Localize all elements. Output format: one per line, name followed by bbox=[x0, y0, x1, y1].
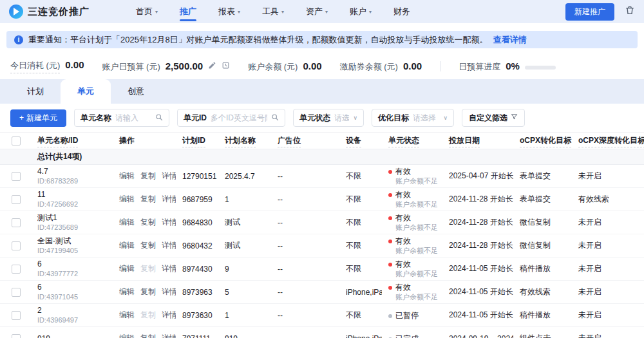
column-header: 单元名称/ID bbox=[31, 133, 113, 149]
table-row: 11ID:47256692编辑复制详情⋮96879591--不限有效账户余额不足… bbox=[0, 188, 644, 211]
plan-name-cell: 5 bbox=[218, 281, 271, 304]
custom-filter-label: 自定义筛选 bbox=[469, 113, 507, 124]
ocpx-target-cell: 组件点击 bbox=[513, 327, 572, 338]
ocpx-target-cell: 有效线索 bbox=[513, 281, 572, 304]
stat-coupon-balance-label: 激励券余额 (元) bbox=[340, 61, 398, 73]
copy-action[interactable]: 复制 bbox=[140, 171, 156, 182]
stat-budget-progress: 日预算进度 0% bbox=[459, 61, 556, 73]
edit-action[interactable]: 编辑 bbox=[119, 171, 135, 182]
plan-id-cell: 7971111 bbox=[176, 327, 218, 338]
unit-name: 测试1 bbox=[37, 213, 108, 222]
actions-cell: 编辑复制详情⋮ bbox=[113, 304, 176, 327]
nav-item-menu[interactable]: 资产▾ bbox=[306, 0, 328, 23]
stat-daily-budget-value: 2,500.00 bbox=[166, 61, 203, 71]
nav-item-menu[interactable]: 报表▾ bbox=[218, 0, 240, 23]
unit-id-search-input[interactable]: 单元ID 多个ID英文逗号隔开 bbox=[177, 109, 285, 127]
unit-name-cell: 测试1ID:47235689 bbox=[31, 211, 113, 234]
detail-action[interactable]: 详情 bbox=[162, 286, 176, 297]
new-unit-button[interactable]: + 新建单元 bbox=[10, 109, 66, 127]
row-checkbox[interactable] bbox=[12, 311, 21, 320]
row-checkbox[interactable] bbox=[12, 241, 21, 250]
status-badge: 有效 bbox=[388, 236, 437, 245]
budget-history-clock-icon[interactable] bbox=[222, 61, 230, 72]
column-header: 设备 bbox=[339, 133, 382, 149]
edit-action[interactable]: 编辑 bbox=[119, 217, 135, 228]
detail-action[interactable]: 详情 bbox=[162, 240, 176, 251]
tab-item[interactable]: 计划 bbox=[10, 79, 61, 104]
optimize-target-select[interactable]: 优化目标 请选择 ∨ bbox=[372, 109, 454, 127]
unit-status-select[interactable]: 单元状态 请选择 ∨ bbox=[293, 109, 364, 127]
edit-action[interactable]: 编辑 bbox=[119, 240, 135, 251]
detail-action[interactable]: 详情 bbox=[162, 194, 176, 205]
detail-action[interactable]: 详情 bbox=[162, 217, 176, 228]
unit-id: ID:43977772 bbox=[37, 270, 108, 278]
edit-action[interactable]: 编辑 bbox=[119, 263, 135, 274]
nav-item-menu[interactable]: 首页▾ bbox=[136, 0, 158, 23]
copy-action[interactable]: 复制 bbox=[140, 217, 156, 228]
status-cell: 有效账户余额不足 bbox=[382, 281, 442, 304]
edit-action[interactable]: 编辑 bbox=[119, 194, 135, 205]
tab-item[interactable]: 创意 bbox=[111, 79, 161, 104]
copy-action[interactable]: 复制 bbox=[140, 286, 156, 297]
custom-filter-button[interactable]: 自定义筛选 bbox=[462, 109, 525, 127]
tab-active[interactable]: 单元 bbox=[61, 79, 111, 104]
recycle-bin-icon[interactable] bbox=[625, 5, 635, 18]
copy-action: 复制 bbox=[140, 263, 156, 274]
optimize-target-filter-placeholder: 请选择 bbox=[413, 113, 439, 124]
unit-id: ID:47235689 bbox=[37, 223, 108, 232]
unit-name-search-input[interactable]: 单元名称 请输入 bbox=[74, 109, 169, 127]
main-content: + 新建单元 单元名称 请输入 单元ID 多个ID英文逗号隔开 单元状态 请选择… bbox=[0, 104, 644, 338]
edit-action[interactable]: 编辑 bbox=[119, 310, 135, 321]
ocpx-deep-target-cell: 未开启 bbox=[572, 258, 644, 281]
row-checkbox[interactable] bbox=[12, 265, 21, 274]
row-checkbox[interactable] bbox=[12, 218, 21, 227]
copy-action[interactable]: 复制 bbox=[140, 194, 156, 205]
plan-name-cell: 测试 bbox=[218, 211, 271, 234]
row-checkbox[interactable] bbox=[12, 288, 21, 297]
nav-item-label: 财务 bbox=[393, 6, 410, 17]
new-promotion-button[interactable]: 新建推广 bbox=[565, 3, 614, 21]
ad-slot-cell: -- bbox=[271, 234, 339, 258]
edit-action[interactable]: 编辑 bbox=[119, 333, 135, 338]
nav-item-menu[interactable]: 工具▾ bbox=[262, 0, 284, 23]
brand[interactable]: 三连竞价推广 bbox=[9, 5, 90, 19]
status-label: 已暂停 bbox=[395, 311, 419, 320]
nav-item-active[interactable]: 推广 bbox=[180, 0, 196, 23]
status-subtext: 账户余额不足 bbox=[395, 293, 437, 301]
row-checkbox[interactable] bbox=[12, 334, 21, 338]
status-subtext: 账户余额不足 bbox=[395, 177, 437, 185]
stat-today-consume: 今日消耗 (元) 0.00 bbox=[10, 59, 84, 73]
detail-action[interactable]: 详情 bbox=[162, 263, 176, 274]
notice-detail-link[interactable]: 查看详情 bbox=[493, 34, 527, 46]
select-all-checkbox[interactable] bbox=[12, 136, 21, 146]
edit-budget-pencil-icon[interactable] bbox=[208, 61, 216, 72]
notice-bar: i 重要通知：平台计划于「2025年12月8日」对账户单元配额逻辑做整体升级，配… bbox=[6, 31, 638, 48]
status-dot bbox=[388, 216, 392, 220]
search-icon bbox=[271, 113, 279, 123]
row-checkbox[interactable] bbox=[12, 172, 21, 181]
table-body: 总计(共14项) 4.7ID:68783289编辑复制详情⋮1279015120… bbox=[0, 149, 644, 338]
column-header-label: oCPX转化目标 bbox=[520, 136, 571, 147]
device-cell: 不限 bbox=[339, 188, 382, 211]
nav-item-menu[interactable]: 财务 bbox=[393, 0, 410, 23]
unit-name: 6 bbox=[37, 259, 108, 268]
copy-action[interactable]: 复制 bbox=[140, 333, 156, 338]
nav-item-menu[interactable]: 账户▾ bbox=[350, 0, 372, 23]
ad-slot-cell: -- bbox=[271, 281, 339, 304]
new-unit-label: 新建单元 bbox=[26, 113, 57, 124]
detail-action[interactable]: 详情 bbox=[162, 310, 176, 321]
top-nav-right: 新建推广 bbox=[565, 3, 635, 21]
copy-action[interactable]: 复制 bbox=[140, 240, 156, 251]
nav-item-label: 资产 bbox=[306, 6, 323, 17]
actions-cell: 编辑复制详情⋮ bbox=[113, 281, 176, 304]
edit-action[interactable]: 编辑 bbox=[119, 286, 135, 297]
detail-action[interactable]: 详情 bbox=[162, 333, 176, 338]
ad-slot-cell: -- bbox=[271, 258, 339, 281]
status-dot bbox=[388, 286, 392, 290]
detail-action[interactable]: 详情 bbox=[162, 171, 176, 182]
status-dot bbox=[388, 239, 392, 243]
unit-name-cell: 11ID:47256692 bbox=[31, 188, 113, 211]
ad-slot-cell: -- bbox=[271, 304, 339, 327]
row-checkbox[interactable] bbox=[12, 195, 21, 204]
status-label: 有效 bbox=[395, 283, 411, 292]
